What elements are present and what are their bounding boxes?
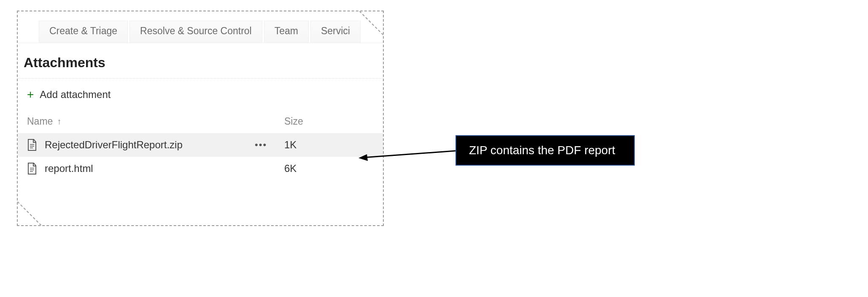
corner-cut-decoration [17, 201, 42, 226]
tab-team[interactable]: Team [264, 21, 309, 43]
attachments-panel: Create & Triage Resolve & Source Control… [17, 11, 384, 226]
plus-icon: + [27, 89, 34, 101]
tabs-row: Create & Triage Resolve & Source Control… [18, 11, 383, 43]
table-header: Name ↑ Size [18, 113, 383, 133]
file-name-cell: RejectedDriverFlightReport.zip [27, 139, 255, 151]
annotation-arrow-icon [359, 146, 460, 163]
file-name: report.html [45, 163, 93, 174]
sort-ascending-icon: ↑ [57, 117, 61, 126]
add-attachment-label: Add attachment [40, 89, 111, 101]
column-header-size[interactable]: Size [284, 116, 303, 127]
file-size: 6K [284, 163, 297, 174]
table-row[interactable]: report.html 6K [18, 157, 383, 180]
tab-servicing[interactable]: Servici [310, 21, 361, 43]
annotation-text: ZIP contains the PDF report [469, 144, 615, 157]
svg-marker-7 [359, 154, 368, 161]
file-icon [27, 139, 37, 151]
tab-resolve-source-control[interactable]: Resolve & Source Control [129, 21, 262, 43]
row-actions-menu[interactable]: ••• [255, 139, 284, 150]
add-attachment-button[interactable]: + Add attachment [18, 79, 383, 113]
file-name-cell: report.html [27, 163, 255, 174]
svg-line-6 [363, 151, 456, 158]
file-name: RejectedDriverFlightReport.zip [45, 139, 183, 151]
table-row[interactable]: RejectedDriverFlightReport.zip ••• 1K [18, 133, 383, 157]
column-name-label: Name [27, 116, 53, 127]
section-title: Attachments [18, 43, 383, 79]
annotation-callout: ZIP contains the PDF report [456, 135, 635, 166]
column-header-name[interactable]: Name ↑ [27, 116, 284, 127]
file-icon [27, 163, 37, 174]
tab-create-triage[interactable]: Create & Triage [39, 21, 128, 43]
file-size: 1K [284, 139, 297, 151]
